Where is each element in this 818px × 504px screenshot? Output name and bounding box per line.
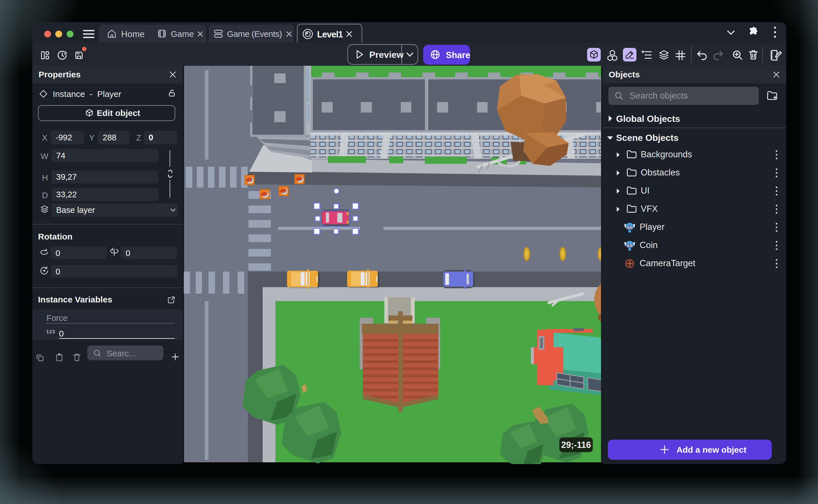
svg-text:29;-116: 29;-116 <box>561 440 591 450</box>
